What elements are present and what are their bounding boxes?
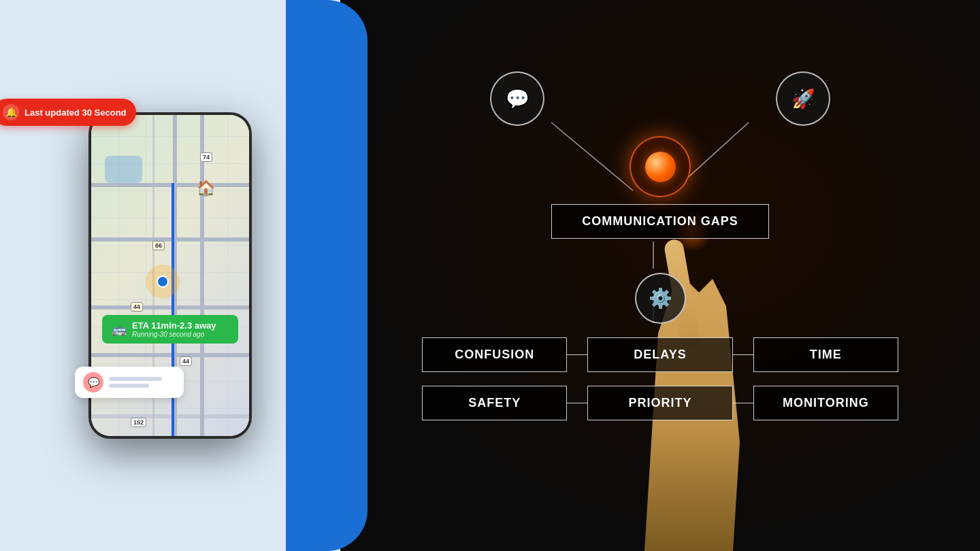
chat-line-1 (109, 377, 162, 381)
left-panel: 🔔 Last updated 30 Second (0, 0, 340, 551)
route-badge-66: 66 (152, 241, 165, 250)
time-label: TIME (810, 348, 842, 362)
route-badge-152: 152 (131, 418, 146, 427)
top-icons-row: 💬 🚀 (422, 71, 898, 126)
safety-box: SAFETY (422, 386, 567, 420)
connector-3 (567, 403, 587, 404)
confusion-label: CONFUSION (455, 348, 534, 362)
map-marker: 🏠 (197, 180, 215, 197)
connector-4 (733, 403, 753, 404)
diagram-container: 💬 🚀 COMMUNICATION GAPS ⚙️ (422, 71, 898, 480)
row2: SAFETY PRIORITY MONITORING (422, 386, 898, 420)
chat-bubble: 💬 (75, 367, 184, 398)
orb-inner (645, 152, 676, 182)
safety-label: SAFETY (468, 396, 521, 410)
priority-label: PRIORITY (628, 396, 691, 410)
mid-orb-row: ⚙️ (422, 273, 898, 324)
chat-lines (109, 377, 176, 388)
rocket-icon: 🚀 (791, 88, 815, 110)
last-updated-badge: 🔔 Last updated 30 Second (0, 99, 136, 126)
time-box: TIME (753, 337, 898, 372)
comm-gaps-row: COMMUNICATION GAPS (422, 204, 898, 259)
location-indicator (146, 265, 180, 299)
route-badge-44a: 44 (131, 302, 143, 312)
center-orb-area (422, 136, 898, 197)
chat-avatar-icon: 💬 (83, 372, 103, 393)
confusion-box: CONFUSION (422, 337, 567, 372)
last-updated-text: Last updated 30 Second (24, 107, 127, 118)
delays-label: DELAYS (634, 348, 686, 362)
chat-circle-icon: 💬 (490, 71, 544, 126)
mid-orb: ⚙️ (635, 273, 686, 324)
delays-box: DELAYS (587, 337, 732, 372)
eta-main-text: ETA 11min-2.3 away (132, 320, 216, 331)
monitoring-box: MONITORING (753, 386, 898, 420)
bus-icon: 🚌 (112, 322, 127, 337)
rocket-circle-icon: 🚀 (776, 71, 830, 126)
phone-wrapper: 🔔 Last updated 30 Second (88, 112, 252, 439)
gear-icon: ⚙️ (649, 287, 672, 310)
connector-1 (567, 354, 587, 356)
center-orb (630, 136, 691, 197)
chat-icon: 💬 (506, 88, 529, 110)
row1: CONFUSION DELAYS TIME (422, 337, 898, 372)
connector-2 (733, 354, 753, 356)
route-badge-74: 74 (200, 152, 212, 162)
eta-badge: 🚌 ETA 11min-2.3 away Running-30 second a… (102, 315, 238, 344)
eta-sub-text: Running-30 second ago (132, 331, 216, 338)
route-badge-44b: 44 (180, 356, 192, 366)
chat-line-2 (109, 384, 149, 388)
right-panel: 💬 🚀 COMMUNICATION GAPS ⚙️ (340, 0, 980, 551)
comm-gaps-box: COMMUNICATION GAPS (551, 204, 769, 239)
bell-icon: 🔔 (3, 104, 19, 120)
monitoring-label: MONITORING (783, 396, 869, 410)
comm-gaps-label: COMMUNICATION GAPS (582, 214, 738, 229)
eta-text-container: ETA 11min-2.3 away Running-30 second ago (132, 320, 216, 338)
priority-box: PRIORITY (587, 386, 732, 420)
